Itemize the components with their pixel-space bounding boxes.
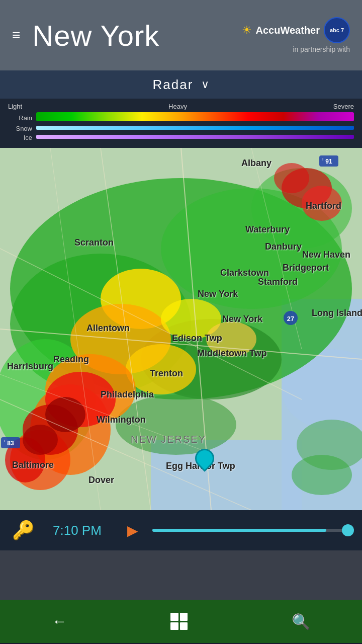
snow-scale-bar — [36, 126, 354, 130]
play-button[interactable]: ▶ — [127, 522, 138, 539]
menu-icon[interactable]: ≡ — [12, 28, 20, 42]
location-pin — [195, 449, 214, 468]
accuweather-label: AccuWeather — [256, 25, 320, 36]
progress-fill — [152, 529, 326, 532]
win-sq-3 — [170, 622, 178, 630]
radar-selector[interactable]: Radar ∨ — [0, 70, 362, 99]
svg-text:27: 27 — [287, 315, 294, 323]
back-button[interactable]: ← — [40, 607, 79, 636]
svg-text:I: I — [4, 439, 5, 443]
abc7-badge: abc 7 — [324, 17, 350, 43]
windows-logo-icon — [170, 613, 188, 630]
svg-point-14 — [126, 344, 196, 394]
ice-type-label: Ice — [8, 134, 32, 141]
page-title: New York — [32, 19, 241, 52]
abc7-text: abc 7 — [330, 27, 344, 33]
rain-type-label: Rain — [8, 114, 32, 122]
snow-type-label: Snow — [8, 125, 32, 132]
svg-point-27 — [23, 425, 58, 455]
sun-icon: ☀ — [242, 24, 252, 37]
playback-controls: 🔑 7:10 PM ▶ — [0, 510, 362, 550]
severe-label: Severe — [333, 103, 354, 110]
windows-nav-bar: ← 🔍 — [0, 600, 362, 643]
svg-point-19 — [206, 321, 256, 357]
content-spacer — [0, 550, 362, 600]
heavy-label: Heavy — [168, 103, 187, 110]
pin-head — [191, 445, 218, 472]
search-button[interactable]: 🔍 — [280, 607, 322, 636]
progress-thumb[interactable] — [342, 524, 354, 536]
header: ≡ New York ☀ AccuWeather abc 7 in partne… — [0, 0, 362, 70]
light-label: Light — [8, 103, 22, 110]
win-sq-1 — [170, 613, 178, 621]
win-sq-4 — [180, 622, 188, 630]
time-display: 7:10 PM — [53, 523, 113, 538]
radar-overlay: 91 I 27 83 I — [0, 148, 362, 510]
rain-scale-bar — [36, 112, 354, 121]
svg-point-26 — [45, 397, 85, 432]
progress-track[interactable] — [152, 529, 350, 532]
radar-map[interactable]: 91 I 27 83 I AlbanyHartfordWaterburyDanb… — [0, 148, 362, 510]
svg-text:I: I — [322, 157, 323, 162]
radar-label: Radar — [153, 77, 194, 93]
windows-start-button[interactable] — [158, 607, 200, 636]
svg-point-11 — [292, 455, 352, 495]
win-sq-2 — [180, 613, 188, 621]
svg-text:91: 91 — [325, 158, 332, 165]
accuweather-brand: ☀ AccuWeather abc 7 in partnership with — [242, 17, 350, 53]
partner-text: in partnership with — [293, 45, 350, 53]
chevron-down-icon: ∨ — [201, 78, 209, 91]
key-icon: 🔑 — [12, 520, 35, 541]
radar-legend: Light Heavy Severe Rain Snow Ice — [0, 99, 362, 148]
ice-scale-bar — [36, 135, 354, 139]
svg-point-25 — [274, 163, 309, 193]
svg-point-24 — [302, 186, 342, 221]
svg-text:83: 83 — [7, 440, 14, 447]
